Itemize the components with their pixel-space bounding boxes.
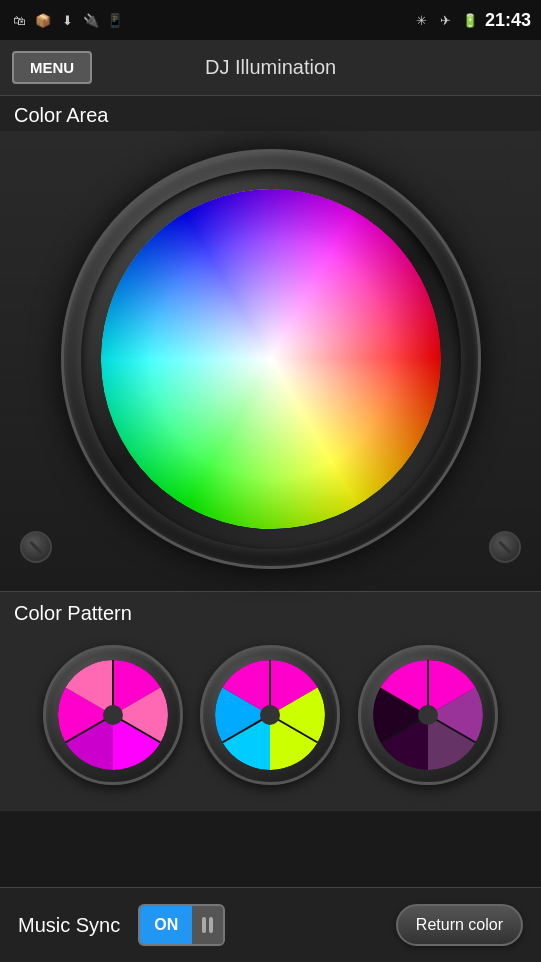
pattern-icon-1 — [58, 660, 168, 770]
icon-download: ⬇ — [58, 11, 76, 29]
color-area-label: Color Area — [14, 104, 109, 126]
menu-button[interactable]: MENU — [12, 51, 92, 84]
music-sync-label: Music Sync — [18, 914, 120, 937]
color-wheel-container[interactable] — [0, 131, 541, 591]
app-title: DJ Illumination — [92, 56, 449, 79]
icon-usb: 🔌 — [82, 11, 100, 29]
svg-point-7 — [103, 705, 123, 725]
status-icons-right: ✳ ✈ 🔋 21:43 — [413, 10, 531, 31]
icon-box: 📦 — [34, 11, 52, 29]
icon-device: 📱 — [106, 11, 124, 29]
icon-bag: 🛍 — [10, 11, 28, 29]
status-icons-left: 🛍 📦 ⬇ 🔌 📱 — [10, 11, 124, 29]
color-wheel-outer[interactable] — [61, 149, 481, 569]
pattern-buttons-row — [14, 635, 527, 805]
screw-bottom-left — [20, 531, 52, 563]
pattern-icon-2 — [215, 660, 325, 770]
color-wheel-ring[interactable] — [81, 169, 461, 549]
icon-airplane: ✈ — [437, 11, 455, 29]
return-color-button[interactable]: Return color — [396, 904, 523, 946]
toggle-pause-button[interactable] — [192, 906, 223, 944]
toggle-container[interactable]: ON — [138, 904, 225, 946]
toggle-on-button[interactable]: ON — [140, 906, 192, 944]
screw-bottom-right — [489, 531, 521, 563]
svg-point-17 — [418, 705, 438, 725]
pattern-button-3[interactable] — [358, 645, 498, 785]
pattern-button-2[interactable] — [200, 645, 340, 785]
header: MENU DJ Illumination — [0, 40, 541, 96]
icon-bluetooth: ✳ — [413, 11, 431, 29]
status-time: 21:43 — [485, 10, 531, 31]
pause-bar-2 — [209, 917, 213, 933]
svg-point-12 — [260, 705, 280, 725]
color-wheel[interactable] — [101, 189, 441, 529]
pattern-button-1[interactable] — [43, 645, 183, 785]
footer: Music Sync ON Return color — [0, 887, 541, 962]
color-pattern-section: Color Pattern — [0, 591, 541, 811]
color-area-section: Color Area — [0, 96, 541, 131]
icon-battery: 🔋 — [461, 11, 479, 29]
color-pattern-label: Color Pattern — [14, 602, 527, 625]
pause-bar-1 — [202, 917, 206, 933]
status-bar: 🛍 📦 ⬇ 🔌 📱 ✳ ✈ 🔋 21:43 — [0, 0, 541, 40]
pattern-icon-3 — [373, 660, 483, 770]
